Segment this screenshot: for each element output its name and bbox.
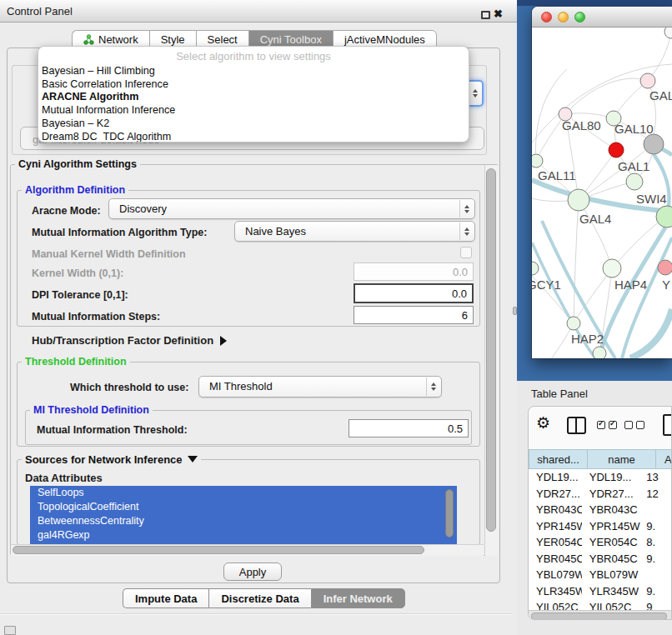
table-row[interactable]: YBL079WYBL079W [529,567,672,583]
tab-label: Style [161,33,185,46]
table-cell: 13 [643,471,672,483]
tab-label: Select [208,33,238,46]
network-node[interactable] [603,259,621,278]
mi-threshold-field[interactable]: 0.5 [349,419,469,438]
network-node[interactable] [532,154,543,168]
table-row[interactable]: YIL052CYIL052C9 [529,599,672,610]
gear-icon[interactable]: ⚙ [536,415,550,431]
data-attributes-list[interactable]: SelfLoopsTopologicalCoefficientBetweenne… [30,486,457,544]
network-node[interactable] [532,262,539,275]
mi-algorithm-type-value: Naive Bayes [235,222,474,241]
combo-stepper-icon [459,222,474,240]
column-layout-icon[interactable] [567,417,586,434]
network-window-titlebar[interactable] [532,7,672,28]
aracne-mode-combo[interactable]: Discovery [108,198,475,219]
table-cell: 9. [643,520,672,532]
algorithm-option[interactable]: Bayesian – K2 [38,118,469,131]
kernel-width-field[interactable]: 0.0 [354,262,474,281]
close-traffic-icon[interactable] [541,12,552,22]
network-edge[interactable] [574,200,579,323]
close-icon[interactable]: ✖ [494,8,503,20]
algorithm-option[interactable]: Bayesian – Hill Climbing [38,65,469,78]
splitter-grip[interactable] [513,307,517,315]
manual-kernel-checkbox[interactable] [460,247,472,258]
table-cell: YER054C [529,536,582,548]
column-header[interactable]: shared... [529,449,588,469]
table-row[interactable]: YPR145WYPR145W9. [529,518,672,535]
mi-threshold-title: MI Threshold Definition [30,404,153,416]
dock-mini-icon[interactable] [4,626,16,635]
attribute-item[interactable]: gal4RGexp [30,528,457,542]
table-header-row: shared...nameA [529,449,672,469]
algorithm-placeholder: Select algorithm to view settings [38,50,469,65]
zoom-traffic-icon[interactable] [574,12,585,22]
export-table-icon[interactable] [663,414,672,436]
column-header[interactable]: A [656,449,672,469]
algorithm-option[interactable]: Basic Correlation Inference [38,78,469,92]
node-label: GAL [649,88,672,102]
kernel-width-label: Kernel Width (0,1): [32,268,123,279]
network-edge[interactable] [534,323,574,358]
table-row[interactable]: YBR043CYBR043C [529,502,672,518]
network-edge[interactable] [648,32,671,81]
network-node[interactable] [640,73,655,88]
network-node[interactable] [609,142,624,158]
attribute-item[interactable]: TopologicalCoefficient [30,500,457,514]
data-attributes-label: Data Attributes [25,472,103,484]
network-node[interactable] [664,28,672,38]
bottom-tab-impute-data[interactable]: Impute Data [123,588,208,608]
algorithm-option[interactable]: Dream8 DC_TDC Algorithm [38,131,469,142]
which-threshold-combo[interactable]: MI Threshold [198,376,442,398]
table-cell: YLR345W [582,585,643,598]
node-label: GAL11 [538,168,576,182]
table-row[interactable]: YDR27...YDR27...12 [529,486,672,502]
table-cell: 9 [643,601,672,610]
table-cell: YIL052C [582,601,643,610]
which-threshold-value: MI Threshold [199,377,441,397]
settings-vertical-scrollbar-thumb[interactable] [486,168,496,532]
node-label: GAL4 [579,212,611,226]
table-cell: YBR043C [582,503,643,516]
table-cell: YPR145W [582,520,643,532]
mi-algorithm-type-combo[interactable]: Naive Bayes [234,221,475,242]
network-node[interactable] [567,317,580,330]
table-row[interactable]: YBR045CYBR045C9. [529,551,672,568]
deselect-all-columns-icon[interactable] [624,421,644,429]
table-row[interactable]: YER054CYER054C8. [529,534,672,551]
apply-button[interactable]: Apply [223,562,282,581]
network-canvas[interactable]: GALGAL80GAL10GAL1GAL11SWI4GAL4GCY1HAP4YH… [532,28,672,358]
bottom-tab-discretize-data[interactable]: Discretize Data [208,588,310,608]
cyni-algorithm-settings-title: Cyni Algorithm Settings [15,158,140,170]
node-label: HAP2 [571,332,604,346]
table-row[interactable]: YDL19...YDL19...13 [529,469,672,486]
attribute-item[interactable]: BetweennessCentrality [30,514,457,528]
network-edge[interactable] [579,200,612,268]
sources-toggle[interactable]: Sources for Network Inference [22,453,201,466]
table-horizontal-scrollbar[interactable] [529,610,672,620]
hub-section-toggle[interactable]: Hub/Transcription Factor Definition [32,334,227,347]
algorithm-option[interactable]: ARACNE Algorithm [38,91,469,104]
tab-label: Network [98,33,138,46]
table-horizontal-scrollbar-thumb[interactable] [531,612,667,620]
dpi-tolerance-field[interactable]: 0.0 [354,283,474,303]
network-edge[interactable] [565,78,648,114]
which-threshold-label: Which threshold to use: [70,382,188,393]
attribute-item[interactable]: SelfLoops [30,486,457,500]
float-window-icon[interactable] [481,11,490,19]
select-all-columns-icon[interactable] [597,421,617,429]
network-node[interactable] [568,189,589,211]
algorithm-option[interactable]: Mutual Information Inference [38,104,469,118]
minimize-traffic-icon[interactable] [558,12,569,22]
network-node[interactable] [644,134,664,154]
mi-steps-field[interactable]: 6 [354,306,474,324]
column-header[interactable]: name [588,449,656,469]
network-node[interactable] [658,260,672,275]
table-row[interactable]: YLR345WYLR345W9. [529,583,672,600]
bottom-tab-infer-network[interactable]: Infer Network [311,588,405,608]
network-node[interactable] [626,173,643,190]
settings-horizontal-scrollbar-thumb[interactable] [13,546,424,554]
list-scrollbar[interactable] [445,489,454,538]
node-label: SWI4 [636,192,667,206]
table-panel-title: Table Panel [531,388,588,400]
network-node[interactable] [593,347,606,358]
